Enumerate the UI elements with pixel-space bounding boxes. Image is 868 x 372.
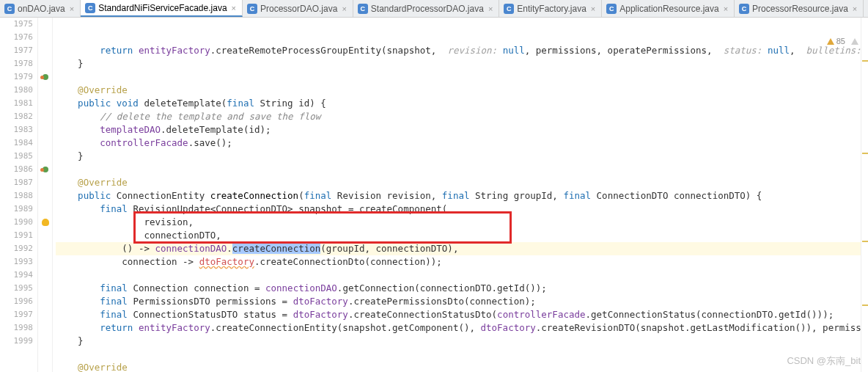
line-number[interactable]: 1979 xyxy=(0,70,33,84)
gutter-marker[interactable] xyxy=(38,163,52,176)
code-line[interactable]: public void deleteTemplate(final String … xyxy=(56,97,861,110)
line-number[interactable]: 1991 xyxy=(0,229,33,242)
code-line[interactable]: @Override xyxy=(56,176,861,189)
tab-ondao-java[interactable]: onDAO.java× xyxy=(0,0,81,17)
line-number[interactable]: 1978 xyxy=(0,57,33,70)
line-number[interactable]: 1984 xyxy=(0,136,33,150)
line-number[interactable]: 1977 xyxy=(0,44,33,57)
gutter-marker[interactable] xyxy=(38,348,52,361)
gutter-marker[interactable] xyxy=(38,189,52,203)
gutter-marker[interactable] xyxy=(38,150,52,163)
gutter-marker[interactable] xyxy=(38,269,52,282)
line-number[interactable]: 1987 xyxy=(0,176,33,189)
close-icon[interactable]: × xyxy=(591,4,595,13)
tab-standardnifiservicefacade-java[interactable]: StandardNiFiServiceFacade.java× xyxy=(81,0,243,17)
line-number[interactable]: 1989 xyxy=(0,203,33,216)
line-number[interactable]: 1994 xyxy=(0,269,33,282)
gutter-marker[interactable] xyxy=(38,136,52,150)
line-number[interactable]: 1995 xyxy=(0,282,33,295)
code-line[interactable]: final Connection connection = connection… xyxy=(56,282,861,295)
line-number[interactable]: 1983 xyxy=(0,123,33,136)
line-number[interactable]: 1990 xyxy=(0,216,33,229)
line-number[interactable]: 1976 xyxy=(0,31,33,44)
gutter-marker[interactable] xyxy=(38,84,52,97)
line-number[interactable]: 1997 xyxy=(0,308,33,321)
tab-nifiservicefacade-java[interactable]: NiFiServiceFacade.java× xyxy=(864,0,868,17)
gutter-marker[interactable] xyxy=(38,123,52,136)
code-line[interactable]: () -> connectionDAO.createConnection(gro… xyxy=(56,242,861,255)
gutter-marker[interactable] xyxy=(38,282,52,295)
gutter-marker[interactable] xyxy=(38,216,52,229)
gutter-marker[interactable] xyxy=(38,321,52,335)
line-number[interactable]: 1985 xyxy=(0,150,33,163)
code-line[interactable]: @Override xyxy=(56,361,861,372)
close-icon[interactable]: × xyxy=(342,4,346,13)
gutter-icon-strip[interactable] xyxy=(38,18,53,372)
code-line[interactable]: final ConnectionStatusDTO status = dtoFa… xyxy=(56,308,861,321)
code-line[interactable]: // delete the template and save the flow xyxy=(56,110,861,123)
line-number-gutter[interactable]: 1975197619771978197919801981198219831984… xyxy=(0,18,38,372)
code-line[interactable]: final RevisionUpdate<ConnectionDTO> snap… xyxy=(56,203,861,216)
close-icon[interactable]: × xyxy=(232,4,236,12)
code-line[interactable]: final PermissionsDTO permissions = dtoFa… xyxy=(56,295,861,308)
code-line[interactable]: return entityFactory.createConnectionEnt… xyxy=(56,321,861,335)
code-viewport[interactable]: return entityFactory.createRemoteProcess… xyxy=(53,18,861,372)
line-number[interactable]: 1999 xyxy=(0,335,33,348)
line-number[interactable]: 1998 xyxy=(0,321,33,335)
gutter-marker[interactable] xyxy=(38,229,52,242)
code-line[interactable]: } xyxy=(56,150,861,163)
line-number[interactable]: 1988 xyxy=(0,189,33,203)
gutter-marker[interactable] xyxy=(38,31,52,44)
line-number[interactable]: 1992 xyxy=(0,242,33,255)
line-number[interactable]: 1993 xyxy=(0,255,33,269)
gutter-marker[interactable] xyxy=(38,18,52,31)
gutter-marker[interactable] xyxy=(38,57,52,70)
gutter-marker[interactable] xyxy=(38,242,52,255)
code-line[interactable]: return entityFactory.createRemoteProcess… xyxy=(56,44,861,57)
gutter-marker[interactable] xyxy=(38,255,52,269)
intention-bulb-icon[interactable] xyxy=(42,219,49,226)
code-line[interactable]: controllerFacade.save(); xyxy=(56,136,861,150)
tab-standardprocessordao-java[interactable]: StandardProcessorDAO.java× xyxy=(353,0,500,17)
code-line[interactable]: connectionDTO, xyxy=(56,229,861,242)
override-icon[interactable] xyxy=(43,167,48,172)
tab-processordao-java[interactable]: ProcessorDAO.java× xyxy=(243,0,353,17)
gutter-marker[interactable] xyxy=(38,203,52,216)
close-icon[interactable]: × xyxy=(70,4,74,13)
gutter-marker[interactable] xyxy=(38,110,52,123)
close-icon[interactable]: × xyxy=(488,4,493,13)
code-line[interactable]: revision, xyxy=(56,216,861,229)
line-number[interactable]: 1986 xyxy=(0,163,33,176)
line-number[interactable]: 1982 xyxy=(0,110,33,123)
gutter-marker[interactable] xyxy=(38,308,52,321)
tab-processorresource-java[interactable]: ProcessorResource.java× xyxy=(735,0,864,17)
gutter-marker[interactable] xyxy=(38,176,52,189)
line-number[interactable]: 1981 xyxy=(0,97,33,110)
gutter-marker[interactable] xyxy=(38,44,52,57)
gutter-marker[interactable] xyxy=(38,70,52,84)
code-line[interactable]: @Override xyxy=(56,84,861,97)
tab-entityfactory-java[interactable]: EntityFactory.java× xyxy=(499,0,602,17)
code-line[interactable] xyxy=(56,163,861,176)
tab-label: StandardProcessorDAO.java xyxy=(371,4,484,14)
tab-label: ProcessorResource.java xyxy=(752,4,848,14)
override-icon[interactable] xyxy=(43,74,48,80)
error-stripe[interactable] xyxy=(861,18,868,372)
close-icon[interactable]: × xyxy=(724,4,728,13)
line-number[interactable]: 1996 xyxy=(0,295,33,308)
code-line[interactable]: templateDAO.deleteTemplate(id); xyxy=(56,123,861,136)
tab-applicationresource-java[interactable]: ApplicationResource.java× xyxy=(602,0,735,17)
code-line[interactable]: } xyxy=(56,57,861,70)
code-line[interactable]: } xyxy=(56,335,861,348)
gutter-marker[interactable] xyxy=(38,295,52,308)
code-line[interactable] xyxy=(56,348,861,361)
code-line[interactable] xyxy=(56,70,861,84)
gutter-marker[interactable] xyxy=(38,335,52,348)
line-number[interactable]: 1975 xyxy=(0,18,33,31)
line-number[interactable]: 1980 xyxy=(0,84,33,97)
code-line[interactable]: public ConnectionEntity createConnection… xyxy=(56,189,861,203)
code-line[interactable] xyxy=(56,269,861,282)
gutter-marker[interactable] xyxy=(38,97,52,110)
code-line[interactable]: connection -> dtoFactory.createConnectio… xyxy=(56,255,861,269)
close-icon[interactable]: × xyxy=(853,4,857,13)
